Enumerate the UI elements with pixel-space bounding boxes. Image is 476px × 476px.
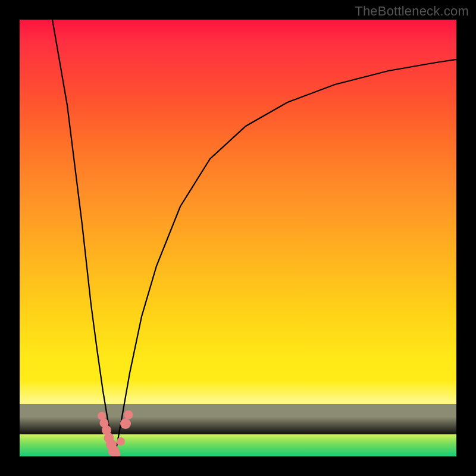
curve-markers (98, 411, 133, 457)
curve-left-branch (52, 20, 115, 456)
curve-marker (120, 418, 131, 429)
curves-layer (20, 20, 456, 456)
watermark-text: TheBottleneck.com (355, 4, 469, 19)
plot-area (20, 20, 456, 456)
chart-frame: TheBottleneck.com (0, 0, 476, 476)
curve-right-branch (115, 60, 456, 456)
curve-marker (124, 411, 133, 419)
curve-marker (117, 437, 125, 446)
